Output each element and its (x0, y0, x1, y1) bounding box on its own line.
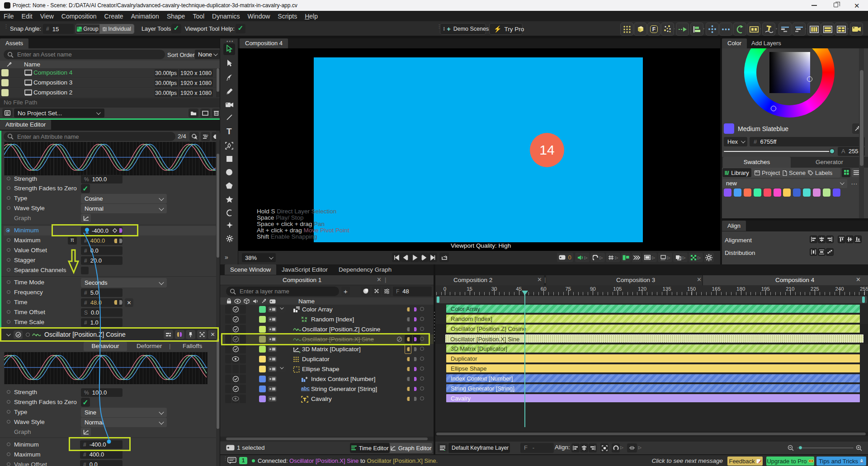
svg-text:+: + (207, 134, 208, 137)
